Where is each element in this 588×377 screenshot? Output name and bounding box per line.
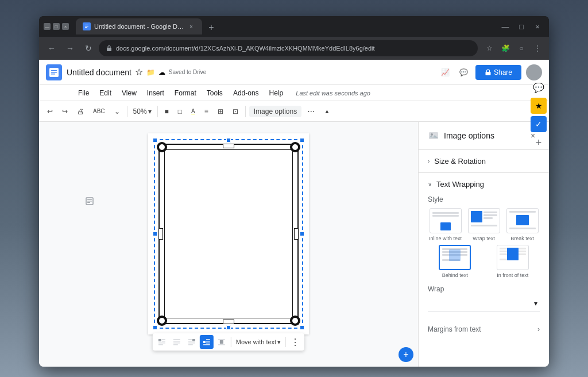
maximize-window-button[interactable]: □: [514, 20, 528, 33]
menu-view[interactable]: View: [117, 87, 141, 99]
wrap-dropdown[interactable]: ▾: [428, 295, 540, 311]
image-options-button[interactable]: Image options: [249, 106, 301, 117]
print-button[interactable]: 🖨: [74, 104, 87, 119]
selected-image[interactable]: Move with text ▾ ⋮: [154, 139, 303, 329]
svg-rect-3: [85, 27, 87, 28]
expand-button[interactable]: ▲: [321, 104, 334, 119]
handle-topleft[interactable]: [153, 138, 157, 143]
handle-midleft[interactable]: [153, 232, 157, 236]
side-right: [294, 228, 299, 240]
menu-addons[interactable]: Add-ons: [229, 87, 264, 99]
more-menu-icon[interactable]: ⋮: [531, 41, 544, 55]
normal-style-button[interactable]: ■: [161, 104, 172, 119]
align-inline-button[interactable]: [155, 335, 169, 349]
active-tab[interactable]: Untitled document - Google Do... ×: [76, 18, 202, 34]
tab-close-button[interactable]: ×: [187, 22, 195, 30]
more-options-button[interactable]: ···: [304, 104, 318, 119]
plus-button[interactable]: +: [399, 347, 413, 362]
menu-format[interactable]: Format: [170, 87, 201, 99]
style-break-preview: [506, 208, 539, 233]
docs-topbar: Untitled document ☆ 📁 ☁ Saved to Drive 📈…: [39, 60, 549, 85]
forward-button[interactable]: →: [62, 40, 78, 56]
new-tab-button[interactable]: +: [204, 21, 218, 34]
style-inline-option[interactable]: Inline with text: [428, 208, 463, 241]
redo-button[interactable]: ↪: [59, 104, 71, 119]
align-right-button[interactable]: [185, 335, 199, 349]
graph-icon[interactable]: 📈: [439, 66, 452, 79]
border-button[interactable]: □: [175, 104, 185, 119]
move-with-text-dropdown[interactable]: Move with text ▾: [234, 338, 283, 346]
docs-title-area: Untitled document ☆ 📁 ☁ Saved to Drive: [67, 67, 206, 78]
svg-rect-13: [87, 202, 90, 203]
share-button[interactable]: Share: [475, 65, 521, 80]
text-wrapping-header[interactable]: ∨ Text Wrapping: [428, 180, 540, 188]
svg-rect-18: [158, 344, 163, 345]
svg-rect-33: [220, 340, 223, 344]
zoom-control[interactable]: 50% ▾: [131, 107, 154, 116]
cursor-select-button[interactable]: ⌄: [111, 104, 123, 119]
undo-button[interactable]: ↩: [44, 104, 56, 119]
document-title[interactable]: Untitled document: [67, 68, 131, 77]
address-box[interactable]: docs.google.com/document/d/12XCsAzhXi-D_…: [99, 40, 478, 56]
handle-bottomleft[interactable]: [153, 325, 157, 330]
svg-rect-20: [173, 341, 180, 342]
style-infront-label: In front of text: [497, 272, 528, 278]
handle-bottomright[interactable]: [300, 325, 304, 330]
bookmark-icon[interactable]: ☆: [482, 41, 496, 55]
crop-button[interactable]: ⊡: [229, 104, 242, 119]
svg-rect-14: [158, 339, 161, 341]
menu-insert[interactable]: Insert: [142, 87, 169, 99]
menu-bar: File Edit View Insert Format Tools Add-o…: [39, 85, 549, 101]
docs-logo: [46, 64, 62, 80]
minimize-button[interactable]: —: [44, 23, 51, 30]
back-button[interactable]: ←: [44, 40, 60, 56]
toolbar: ↩ ↪ 🖨 ABC ⌄ 50% ▾ ■ □ A ≡ ⊞ ⊡ Image opti…: [39, 101, 549, 122]
more-options-float-button[interactable]: ⋮: [288, 335, 302, 349]
wrap-label: Wrap: [428, 285, 540, 293]
size-rotation-header[interactable]: › Size & Rotation: [428, 157, 540, 166]
svg-rect-16: [162, 341, 165, 342]
text-wrapping-chevron: ∨: [428, 181, 432, 187]
align-wrap-button[interactable]: [200, 335, 214, 349]
svg-rect-26: [188, 343, 195, 344]
handle-topcenter[interactable]: [226, 138, 231, 143]
add-sidebar-icon[interactable]: +: [531, 134, 547, 151]
tab-favicon: [83, 22, 91, 30]
style-infront-option[interactable]: In front of text: [486, 245, 540, 278]
handle-midright[interactable]: [300, 232, 304, 236]
line-spacing-button[interactable]: ≡: [201, 104, 212, 119]
style-break-option[interactable]: Break text: [505, 208, 540, 241]
refresh-button[interactable]: ↻: [80, 40, 96, 56]
check-sidebar-icon[interactable]: ✓: [531, 122, 547, 132]
color-button[interactable]: A: [188, 104, 199, 119]
margins-expand-icon[interactable]: ›: [537, 325, 540, 333]
minimize-window-button[interactable]: —: [498, 20, 512, 33]
maximize-button[interactable]: □: [53, 23, 60, 30]
close-button[interactable]: ×: [62, 23, 69, 30]
menu-edit[interactable]: Edit: [95, 87, 116, 99]
handle-bottomcenter[interactable]: [226, 325, 231, 330]
handle-topright[interactable]: [300, 138, 304, 143]
menu-file[interactable]: File: [74, 87, 94, 99]
menu-tools[interactable]: Tools: [202, 87, 227, 99]
tab-bar: Untitled document - Google Do... × +: [76, 18, 492, 34]
close-window-button[interactable]: ×: [531, 20, 544, 33]
extension-icon[interactable]: 🧩: [498, 41, 512, 55]
columns-button[interactable]: ⊞: [214, 104, 227, 119]
style-behind-option[interactable]: Behind text: [428, 245, 482, 278]
svg-rect-12: [87, 201, 92, 202]
profile-icon[interactable]: ○: [514, 41, 528, 55]
svg-rect-22: [173, 344, 178, 345]
svg-rect-32: [203, 344, 210, 345]
align-left-button[interactable]: [170, 335, 184, 349]
svg-rect-34: [218, 339, 225, 340]
star-icon[interactable]: ☆: [135, 67, 143, 78]
cloud-icon[interactable]: ☁: [158, 68, 165, 76]
comment-icon[interactable]: 💬: [457, 66, 471, 79]
align-break-button[interactable]: [215, 335, 229, 349]
folder-icon[interactable]: 📁: [146, 68, 155, 76]
menu-help[interactable]: Help: [265, 87, 288, 99]
style-wrap-option[interactable]: Wrap text: [466, 208, 501, 241]
svg-rect-9: [485, 72, 490, 75]
spellcheck-button[interactable]: ABC: [90, 104, 109, 119]
